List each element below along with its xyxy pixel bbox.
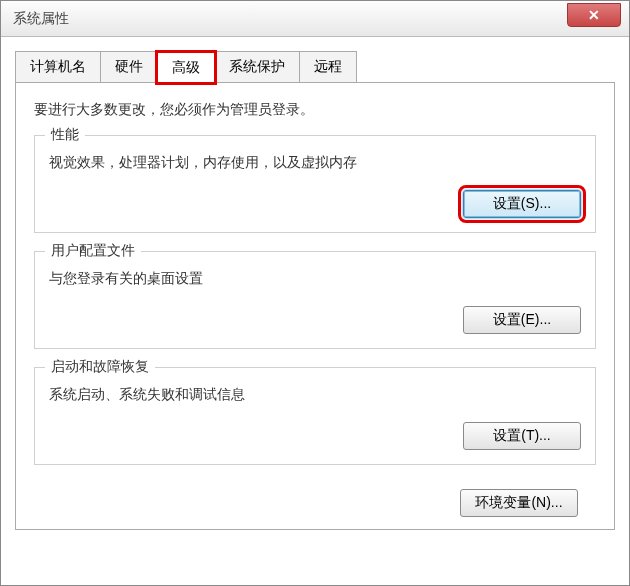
userprofile-title: 用户配置文件 (45, 242, 141, 260)
tab-remote[interactable]: 远程 (299, 51, 357, 82)
tab-advanced[interactable]: 高级 (157, 52, 215, 83)
userprofile-settings-button[interactable]: 设置(E)... (463, 306, 581, 334)
startup-group: 启动和故障恢复 系统启动、系统失败和调试信息 设置(T)... (34, 367, 596, 465)
window-title: 系统属性 (13, 10, 69, 28)
performance-settings-button[interactable]: 设置(S)... (463, 190, 581, 218)
close-button[interactable]: ✕ (567, 3, 621, 27)
tab-system-protection[interactable]: 系统保护 (214, 51, 300, 82)
performance-desc: 视觉效果，处理器计划，内存使用，以及虚拟内存 (49, 154, 581, 172)
close-icon: ✕ (588, 7, 600, 23)
userprofile-button-row: 设置(E)... (49, 306, 581, 334)
performance-button-row: 设置(S)... (49, 190, 581, 218)
bottom-row: 环境变量(N)... (34, 483, 596, 517)
startup-button-row: 设置(T)... (49, 422, 581, 450)
userprofile-group: 用户配置文件 与您登录有关的桌面设置 设置(E)... (34, 251, 596, 349)
userprofile-desc: 与您登录有关的桌面设置 (49, 270, 581, 288)
system-properties-window: 系统属性 ✕ 计算机名 硬件 高级 系统保护 远程 要进行大多数更改，您必须作为… (0, 0, 630, 586)
tab-computer-name[interactable]: 计算机名 (15, 51, 101, 82)
admin-note: 要进行大多数更改，您必须作为管理员登录。 (34, 101, 596, 119)
tab-panel-advanced: 要进行大多数更改，您必须作为管理员登录。 性能 视觉效果，处理器计划，内存使用，… (15, 83, 615, 530)
startup-desc: 系统启动、系统失败和调试信息 (49, 386, 581, 404)
tab-hardware[interactable]: 硬件 (100, 51, 158, 82)
titlebar: 系统属性 ✕ (1, 1, 629, 37)
tab-bar: 计算机名 硬件 高级 系统保护 远程 (15, 51, 615, 83)
performance-title: 性能 (45, 126, 85, 144)
environment-variables-button[interactable]: 环境变量(N)... (460, 489, 578, 517)
content-area: 计算机名 硬件 高级 系统保护 远程 要进行大多数更改，您必须作为管理员登录。 … (1, 37, 629, 544)
startup-title: 启动和故障恢复 (45, 358, 155, 376)
performance-group: 性能 视觉效果，处理器计划，内存使用，以及虚拟内存 设置(S)... (34, 135, 596, 233)
startup-settings-button[interactable]: 设置(T)... (463, 422, 581, 450)
